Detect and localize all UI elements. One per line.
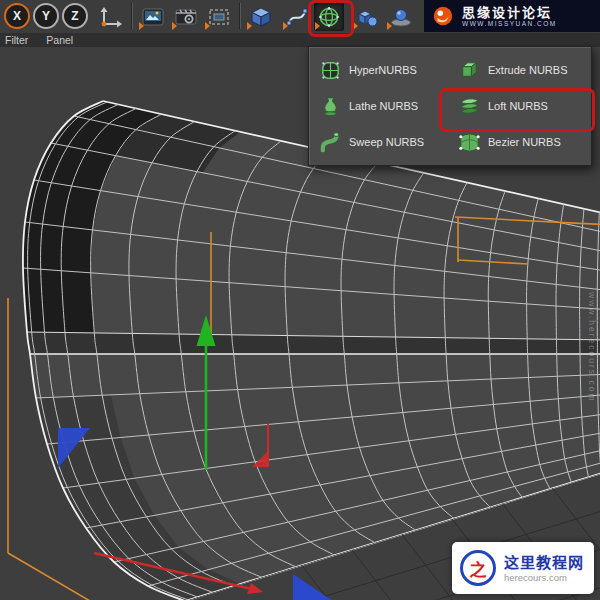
banner-url: WWW.MISSYUAN.COM	[462, 20, 557, 27]
menu-item-label: Lathe NURBS	[349, 100, 418, 112]
add-spline-button[interactable]	[282, 2, 312, 31]
flyout-arrow-icon	[387, 22, 392, 30]
menu-item-sweep-nurbs[interactable]: Sweep NURBS	[311, 124, 450, 160]
menu-item-extrude-nurbs[interactable]: Extrude NURBS	[450, 52, 589, 88]
primitive-cube-icon	[249, 5, 273, 29]
herecours-watermark-card: 之 这里教程网 herecours.com	[452, 542, 594, 594]
menu-item-label: Bezier NURBS	[488, 136, 561, 148]
flyout-arrow-icon	[205, 22, 210, 30]
render-settings-icon	[174, 5, 198, 29]
menu-item-label: Loft NURBS	[488, 100, 548, 112]
menubar-item-panel[interactable]: Panel	[46, 34, 73, 46]
axis-lock-y-button[interactable]: Y	[33, 3, 59, 29]
missyuan-logo-icon	[432, 5, 454, 27]
add-scene-button[interactable]	[386, 2, 416, 31]
render-region-icon	[207, 5, 231, 29]
spline-pen-icon	[285, 5, 309, 29]
loft-nurbs-icon	[458, 95, 481, 118]
coordinate-system-button[interactable]	[96, 2, 126, 31]
nurbs-menu-column-2: Extrude NURBS Loft NURBS Bezier NURBS	[450, 52, 589, 160]
extrude-nurbs-icon	[458, 59, 481, 82]
viewport-menubar: Filter Panel	[0, 33, 600, 47]
side-watermark: www.herecours.com	[587, 292, 597, 403]
menu-item-lathe-nurbs[interactable]: Lathe NURBS	[311, 88, 450, 124]
bezier-nurbs-icon	[458, 131, 481, 154]
toolbar-separator	[131, 3, 133, 29]
flyout-arrow-icon	[283, 22, 288, 30]
lathe-nurbs-icon	[319, 95, 342, 118]
menu-item-bezier-nurbs[interactable]: Bezier NURBS	[450, 124, 589, 160]
nurbs-menu-column-1: HyperNURBS Lathe NURBS Sweep NURBS	[311, 52, 450, 160]
sweep-nurbs-icon	[319, 131, 342, 154]
banner-text: 思缘设计论坛 WWW.MISSYUAN.COM	[462, 6, 557, 27]
render-view-icon	[141, 5, 165, 29]
add-nurbs-button[interactable]	[314, 2, 344, 31]
menu-item-hypernurbs[interactable]: HyperNURBS	[311, 52, 450, 88]
menu-item-label: HyperNURBS	[349, 64, 417, 76]
missyuan-banner-watermark: 思缘设计论坛 WWW.MISSYUAN.COM	[424, 0, 600, 32]
coordinate-system-icon	[99, 5, 123, 29]
flyout-arrow-icon	[139, 22, 144, 30]
toolbar-separator	[239, 3, 241, 29]
nurbs-flyout-menu: HyperNURBS Lathe NURBS Sweep NURBS	[308, 46, 592, 166]
menu-item-label: Sweep NURBS	[349, 136, 424, 148]
render-region-button[interactable]	[204, 2, 234, 31]
hypernurbs-icon	[319, 59, 342, 82]
banner-title: 思缘设计论坛	[462, 6, 557, 20]
flyout-arrow-icon	[172, 22, 177, 30]
render-view-button[interactable]	[138, 2, 168, 31]
menubar-item-filter[interactable]: Filter	[5, 34, 28, 46]
herecours-logo-icon: 之	[460, 550, 496, 586]
axis-lock-x-button[interactable]: X	[4, 3, 30, 29]
scene-floor-icon	[389, 5, 413, 29]
add-modeling-button[interactable]	[352, 2, 382, 31]
app-window: X Y Z	[0, 0, 600, 600]
render-settings-button[interactable]	[171, 2, 201, 31]
menu-item-loft-nurbs[interactable]: Loft NURBS	[450, 88, 589, 124]
modeling-boole-icon	[355, 5, 379, 29]
flyout-arrow-icon	[315, 22, 320, 30]
add-primitive-button[interactable]	[246, 2, 276, 31]
axis-lock-z-button[interactable]: Z	[62, 3, 88, 29]
nurbs-cage-icon	[317, 5, 341, 29]
wm-url: herecours.com	[504, 572, 584, 583]
wm-title: 这里教程网	[504, 554, 584, 571]
menu-item-label: Extrude NURBS	[488, 64, 567, 76]
flyout-arrow-icon	[247, 22, 252, 30]
wm-text: 这里教程网 herecours.com	[504, 554, 584, 583]
flyout-arrow-icon	[353, 22, 358, 30]
